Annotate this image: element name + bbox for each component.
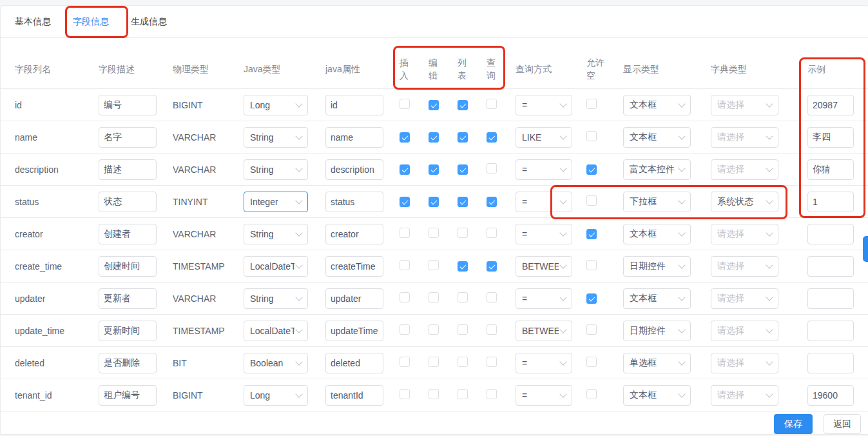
- field-description-input[interactable]: [99, 95, 157, 115]
- list-checkbox[interactable]: [458, 132, 468, 143]
- save-button[interactable]: 保存: [774, 414, 813, 434]
- allow-null-checkbox[interactable]: [586, 293, 597, 304]
- tab-basic-info[interactable]: 基本信息: [15, 6, 51, 37]
- display-type-select[interactable]: 文本框: [623, 224, 691, 244]
- field-description-input[interactable]: [99, 224, 157, 244]
- example-input[interactable]: [807, 385, 854, 406]
- example-input[interactable]: [807, 288, 854, 309]
- java-type-select[interactable]: Long: [244, 385, 308, 406]
- edit-checkbox[interactable]: [429, 357, 439, 367]
- field-description-input[interactable]: [99, 385, 157, 406]
- edit-checkbox[interactable]: [429, 292, 439, 302]
- tab-field-info[interactable]: 字段信息: [73, 6, 109, 37]
- allow-null-checkbox[interactable]: [586, 324, 597, 335]
- java-type-select[interactable]: Integer: [244, 192, 308, 212]
- java-property-input[interactable]: [325, 224, 383, 244]
- java-type-select[interactable]: LocalDateTime: [244, 321, 308, 341]
- field-description-input[interactable]: [99, 256, 157, 277]
- java-type-select[interactable]: String: [244, 224, 308, 244]
- example-input[interactable]: [807, 256, 854, 277]
- query-mode-select[interactable]: BETWEEN: [516, 256, 572, 277]
- list-checkbox[interactable]: [458, 357, 468, 367]
- dict-type-select[interactable]: 请选择: [711, 95, 778, 115]
- edit-checkbox[interactable]: [429, 132, 439, 143]
- dict-type-select[interactable]: 请选择: [711, 159, 778, 180]
- insert-checkbox[interactable]: [400, 260, 410, 270]
- edit-checkbox[interactable]: [429, 100, 439, 110]
- dict-type-select[interactable]: 请选择: [711, 353, 778, 373]
- allow-null-checkbox[interactable]: [586, 229, 597, 239]
- field-description-input[interactable]: [99, 353, 157, 373]
- edit-checkbox[interactable]: [429, 324, 439, 335]
- display-type-select[interactable]: 文本框: [623, 288, 691, 309]
- allow-null-checkbox[interactable]: [586, 357, 597, 367]
- java-property-input[interactable]: [325, 385, 383, 406]
- example-input[interactable]: [807, 127, 854, 148]
- example-input[interactable]: [807, 224, 854, 244]
- query-mode-select[interactable]: =: [516, 95, 572, 115]
- dict-type-select[interactable]: 请选择: [711, 127, 778, 148]
- query-mode-select[interactable]: =: [516, 192, 572, 212]
- query-checkbox[interactable]: [487, 389, 497, 399]
- java-type-select[interactable]: Boolean: [244, 353, 308, 373]
- edit-checkbox[interactable]: [429, 197, 439, 207]
- display-type-select[interactable]: 下拉框: [623, 192, 691, 212]
- java-property-input[interactable]: [325, 127, 383, 148]
- insert-checkbox[interactable]: [400, 292, 410, 302]
- allow-null-checkbox[interactable]: [586, 99, 597, 109]
- field-description-input[interactable]: [99, 288, 157, 309]
- dict-type-select[interactable]: 请选择: [711, 224, 778, 244]
- back-button[interactable]: 返回: [824, 414, 861, 434]
- java-type-select[interactable]: String: [244, 288, 308, 309]
- list-checkbox[interactable]: [458, 389, 468, 399]
- query-checkbox[interactable]: [487, 132, 497, 143]
- allow-null-checkbox[interactable]: [586, 131, 597, 141]
- java-type-select[interactable]: String: [244, 127, 308, 148]
- insert-checkbox[interactable]: [400, 164, 410, 175]
- insert-checkbox[interactable]: [400, 357, 410, 367]
- insert-checkbox[interactable]: [400, 197, 410, 207]
- insert-checkbox[interactable]: [400, 389, 410, 399]
- example-input[interactable]: [807, 192, 854, 212]
- java-property-input[interactable]: [325, 353, 383, 373]
- example-input[interactable]: [807, 159, 854, 180]
- query-checkbox[interactable]: [487, 324, 497, 335]
- query-checkbox[interactable]: [487, 357, 497, 367]
- query-mode-select[interactable]: =: [516, 159, 572, 180]
- query-mode-select[interactable]: =: [516, 385, 572, 406]
- java-type-select[interactable]: LocalDateTime: [244, 256, 308, 277]
- display-type-select[interactable]: 单选框: [623, 353, 691, 373]
- list-checkbox[interactable]: [458, 324, 468, 335]
- dict-type-select[interactable]: 请选择: [711, 288, 778, 309]
- query-mode-select[interactable]: =: [516, 288, 572, 309]
- edit-checkbox[interactable]: [429, 389, 439, 399]
- display-type-select[interactable]: 文本框: [623, 95, 691, 115]
- java-type-select[interactable]: String: [244, 159, 308, 180]
- query-mode-select[interactable]: LIKE: [516, 127, 572, 148]
- display-type-select[interactable]: 日期控件: [623, 256, 691, 277]
- edit-checkbox[interactable]: [429, 260, 439, 270]
- query-checkbox[interactable]: [487, 197, 497, 207]
- allow-null-checkbox[interactable]: [586, 164, 597, 175]
- example-input[interactable]: [807, 321, 854, 341]
- query-checkbox[interactable]: [487, 228, 497, 238]
- display-type-select[interactable]: 文本框: [623, 385, 691, 406]
- field-description-input[interactable]: [99, 192, 157, 212]
- edit-checkbox[interactable]: [429, 228, 439, 238]
- allow-null-checkbox[interactable]: [586, 389, 597, 399]
- allow-null-checkbox[interactable]: [586, 260, 597, 270]
- display-type-select[interactable]: 富文本控件: [623, 159, 691, 180]
- query-checkbox[interactable]: [487, 292, 497, 302]
- example-input[interactable]: [807, 95, 854, 115]
- side-drawer-handle[interactable]: [863, 236, 868, 262]
- insert-checkbox[interactable]: [400, 99, 410, 109]
- list-checkbox[interactable]: [458, 100, 468, 110]
- field-description-input[interactable]: [99, 159, 157, 180]
- list-checkbox[interactable]: [458, 197, 468, 207]
- query-checkbox[interactable]: [487, 99, 497, 109]
- list-checkbox[interactable]: [458, 164, 468, 175]
- list-checkbox[interactable]: [458, 292, 468, 302]
- list-checkbox[interactable]: [458, 228, 468, 238]
- display-type-select[interactable]: 文本框: [623, 127, 691, 148]
- allow-null-checkbox[interactable]: [586, 195, 597, 206]
